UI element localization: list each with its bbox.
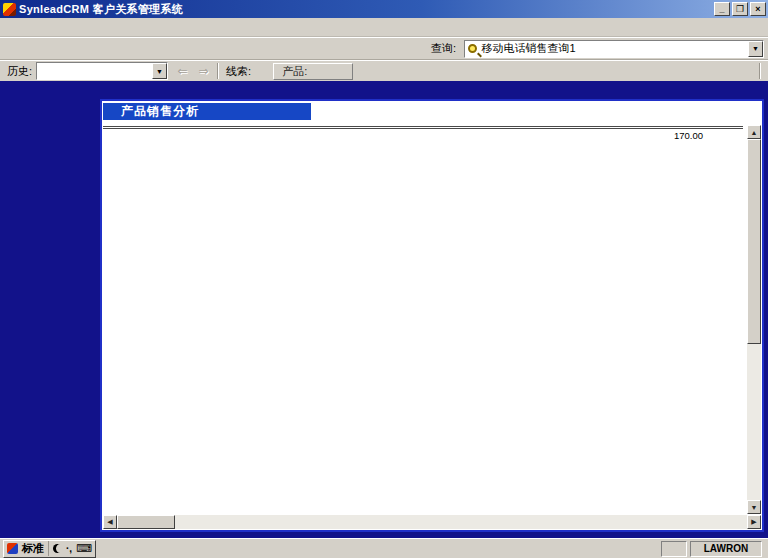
history-dropdown-button[interactable]: ▼ (152, 63, 167, 79)
sidebar (0, 97, 100, 538)
query-label: 查询: (431, 41, 456, 56)
query-combobox[interactable]: 移动电话销售查询1 ▼ (464, 40, 764, 58)
ime-toolbar[interactable]: 标准 ·, ⌨ (3, 540, 96, 558)
history-combobox[interactable]: ▼ (36, 62, 168, 80)
query-dropdown-button[interactable]: ▼ (748, 41, 763, 57)
window-title: SynleadCRM 客户关系管理系统 (19, 2, 714, 17)
close-button[interactable]: × (750, 2, 766, 16)
ime-fullhalf-moon-icon[interactable] (53, 544, 62, 553)
query-search-icon (468, 44, 477, 53)
main-panel: 产品销售分析 170.00 (100, 99, 764, 532)
toolbar-main: 查询: 移动电话销售查询1 ▼ (0, 37, 768, 60)
status-empty-cell (661, 541, 687, 557)
app-logo-icon (3, 3, 16, 16)
query-value: 移动电话销售查询1 (481, 41, 748, 56)
scroll-right-button[interactable]: ▶ (747, 515, 761, 529)
scroll-down-button[interactable]: ▼ (747, 500, 761, 514)
titlebar: SynleadCRM 客户关系管理系统 _ ❐ × (0, 0, 768, 18)
clue-label: 线索: (226, 64, 251, 79)
product-context-box: 产品: (273, 63, 353, 80)
restore-button[interactable]: ❐ (732, 2, 748, 16)
scroll-up-button[interactable]: ▲ (747, 125, 761, 139)
ime-mode-label[interactable]: 标准 (22, 541, 49, 556)
toolbar-history: 历史: ▼ ⇐ ⇒ 线索: 产品: (0, 60, 768, 81)
tabbar (0, 81, 768, 97)
scroll-left-button[interactable]: ◀ (103, 515, 117, 529)
ime-softkeyboard-icon[interactable]: ⌨ (76, 542, 92, 555)
ime-logo-icon[interactable] (7, 543, 18, 554)
workspace: 产品销售分析 170.00 (0, 81, 768, 538)
app-window: SynleadCRM 客户关系管理系统 _ ❐ × 查询: 移动电话销售查询1 … (0, 0, 768, 558)
back-icon: ⇐ (172, 62, 193, 81)
ime-punctuation-icon[interactable]: ·, (66, 543, 72, 554)
vertical-scroll-thumb[interactable] (747, 139, 761, 344)
horizontal-scroll-thumb[interactable] (117, 515, 175, 529)
quantity-total: 170.00 (103, 129, 703, 141)
statusbar: 标准 ·, ⌨ LAWRON (0, 538, 768, 558)
history-label: 历史: (7, 64, 32, 79)
menubar (0, 18, 768, 37)
sales-analysis-grid: 170.00 (103, 125, 747, 514)
status-username: LAWRON (690, 541, 762, 557)
page-title: 产品销售分析 (103, 103, 311, 120)
vertical-scrollbar[interactable]: ▲ ▼ (747, 125, 761, 514)
minimize-button[interactable]: _ (714, 2, 730, 16)
horizontal-scrollbar[interactable]: ◀ ▶ (103, 515, 761, 529)
forward-icon: ⇒ (193, 62, 214, 81)
